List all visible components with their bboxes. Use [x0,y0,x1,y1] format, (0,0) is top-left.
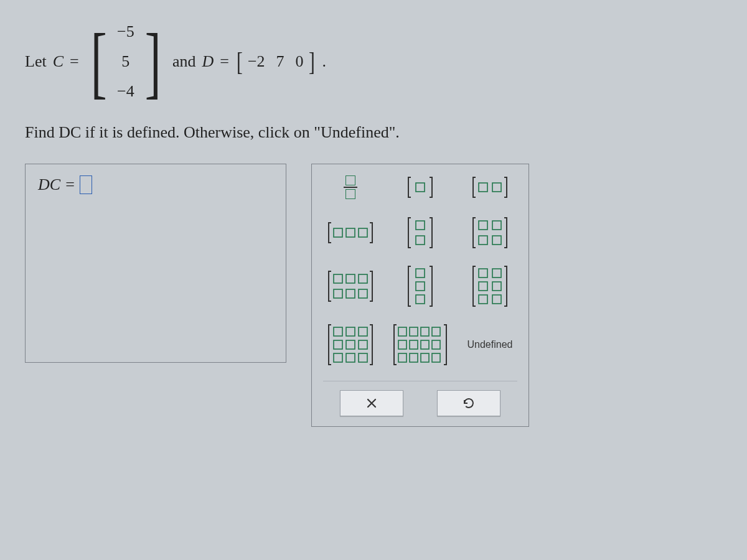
right-bracket-icon: ] [309,47,315,77]
svg-rect-15 [334,289,342,298]
period: . [322,52,327,71]
svg-rect-29 [359,327,367,336]
definition-row: Let C = [ −5 5 −4 ] and D = [ −2 7 0 ] . [25,19,722,105]
answer-eq: = [65,175,75,194]
matrix-2x2-button[interactable] [471,215,509,250]
clear-button[interactable] [340,390,403,416]
matrix-3x2-icon [471,264,509,309]
svg-rect-10 [479,236,487,245]
svg-rect-6 [416,221,425,230]
svg-rect-4 [346,228,355,237]
svg-rect-41 [410,340,418,349]
svg-rect-14 [359,274,367,283]
svg-rect-22 [492,269,501,278]
svg-rect-23 [479,282,487,291]
svg-rect-46 [421,353,429,362]
matrix-2x3-icon [326,269,375,304]
reset-button[interactable] [437,390,500,416]
matrix-1x1-button[interactable] [402,173,439,202]
svg-rect-28 [346,327,355,336]
svg-rect-21 [479,269,487,278]
svg-rect-42 [421,340,429,349]
matrix-3x3-icon [326,322,375,367]
matrix-D-entry: 7 [276,52,284,71]
answer-input[interactable] [80,175,92,194]
svg-rect-20 [416,295,425,304]
variable-C: C [53,52,63,71]
svg-rect-33 [334,353,342,362]
svg-rect-45 [410,353,418,362]
matrix-1x2-button[interactable] [471,173,509,202]
undo-icon [462,396,476,410]
svg-rect-37 [410,327,418,336]
svg-rect-2 [492,183,501,192]
matrix-3x4-button[interactable] [392,322,449,367]
svg-rect-3 [334,228,342,237]
svg-rect-36 [398,327,406,336]
matrix-C-values: −5 5 −4 [112,19,139,105]
answer-box: DC = [25,164,286,363]
matrix-3x2-button[interactable] [471,264,509,309]
matrix-C-entry: −5 [117,22,134,41]
let-label: Let [25,52,47,71]
answer-line: DC = [38,175,273,194]
svg-rect-30 [334,340,342,349]
and-label: and [172,52,196,71]
matrix-1x3-button[interactable] [326,218,375,247]
svg-rect-0 [416,183,425,192]
svg-rect-26 [492,295,501,304]
template-palette: Undefined [311,164,529,427]
svg-rect-17 [359,289,367,298]
instruction-text: Find DC if it is defined. Otherwise, cli… [25,123,722,142]
svg-rect-25 [479,295,487,304]
matrix-2x3-button[interactable] [326,269,375,304]
close-icon [365,397,378,409]
matrix-D-values: −2 7 0 [244,52,308,71]
svg-rect-16 [346,289,355,298]
svg-rect-34 [346,353,355,362]
svg-rect-7 [416,236,425,245]
matrix-D-entry: 0 [296,52,304,71]
svg-rect-11 [492,236,501,245]
matrix-D: [ −2 7 0 ] [235,47,316,77]
matrix-3x3-button[interactable] [326,322,375,367]
svg-rect-47 [432,353,440,362]
fraction-icon [344,174,357,200]
svg-rect-39 [432,327,440,336]
svg-rect-38 [421,327,429,336]
palette-grid: Undefined [323,173,517,367]
matrix-3x1-icon [406,264,435,309]
matrix-D-entry: −2 [248,52,265,71]
matrix-2x1-icon [406,215,435,250]
equals-2: = [220,52,229,71]
svg-rect-9 [492,221,501,230]
right-bracket-icon: ] [144,26,161,98]
matrix-3x4-icon [392,322,449,367]
svg-rect-24 [492,282,501,291]
svg-rect-27 [334,327,342,336]
answer-lhs: DC [38,175,60,194]
svg-rect-13 [346,274,355,283]
svg-rect-32 [359,340,367,349]
variable-D: D [202,52,214,71]
undefined-button[interactable]: Undefined [467,330,513,359]
fraction-template-button[interactable] [332,173,369,202]
equals-1: = [70,52,79,71]
matrix-3x1-button[interactable] [402,264,439,309]
svg-rect-44 [398,353,406,362]
undefined-label: Undefined [467,339,513,350]
left-bracket-icon: [ [237,47,243,77]
svg-rect-8 [479,221,487,230]
matrix-C: [ −5 5 −4 ] [85,19,166,105]
matrix-1x3-icon [326,220,375,245]
svg-rect-40 [398,340,406,349]
svg-rect-12 [334,274,342,283]
matrix-2x1-button[interactable] [402,215,439,250]
matrix-1x1-icon [406,175,435,200]
matrix-C-entry: 5 [121,52,129,71]
matrix-1x2-icon [471,175,509,200]
matrix-2x2-icon [471,215,509,250]
svg-rect-31 [346,340,355,349]
svg-rect-5 [359,228,367,237]
svg-rect-18 [416,269,425,278]
